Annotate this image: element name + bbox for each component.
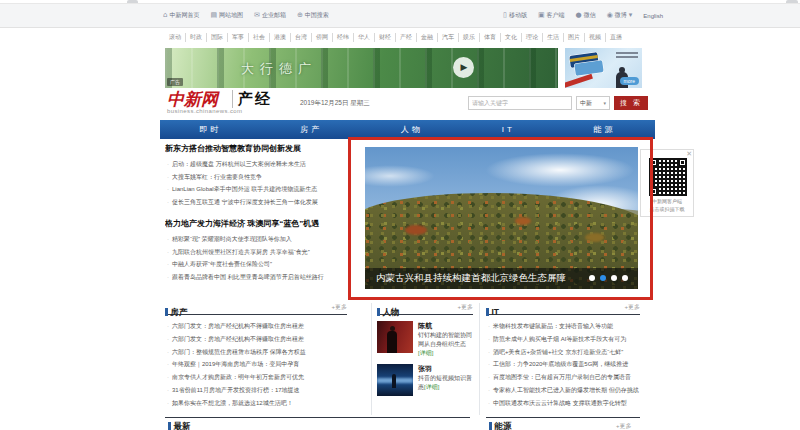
section-title[interactable]: 人物 [377,307,400,317]
carousel-dot[interactable] [589,275,595,281]
section-header: 房产 +更多 [165,301,347,315]
cat-item[interactable]: 视频 [585,33,606,42]
close-icon[interactable]: ✕ [686,150,692,158]
news-item[interactable]: 启动：超级魔盘 万科杭州以三大案例诠释未来生活 [165,158,347,171]
news-item[interactable]: 如果你实在不想北漂，那就选这12城生活吧！ [165,397,347,410]
news-item[interactable]: 跟着青岛品牌看中国 利比里亚青岛啤酒节开启首站丝路行 [165,271,347,284]
cat-item[interactable]: 港澳 [270,33,291,42]
headline-list: 精彩聚“现” 荣耀潮时尚大使李现团队等你加入 九阳联合杭州馒里社区打造共享厨房 … [165,233,347,283]
link-chinanews-home[interactable]: ⌂中新网首页 [163,11,199,20]
news-item[interactable]: LianLian Global牵手中国外运 联手共建跨境物流新生态 [165,183,347,196]
news-item[interactable]: 九阳联合杭州馒里社区打造共享厨房 共享幸福“食光” [165,246,347,259]
cat-item[interactable]: 体育 [480,33,501,42]
news-item[interactable]: 精彩聚“现” 荣耀潮时尚大使李现团队等你加入 [165,233,347,246]
cat-item[interactable]: 汽车 [438,33,459,42]
section-title-nengyuan[interactable]: 能源 [489,421,512,430]
news-item[interactable]: 六部门发文：房地产经纪机构不得赚取住房出租差 [165,333,347,346]
ad-more-button[interactable]: more [620,77,639,85]
news-item[interactable]: 大搜车姚军红：行业需要良性竞争 [165,171,347,184]
news-item[interactable]: 防范未成年人购买电子烟 AI等新技术手段大有可为 [486,333,640,346]
app-qr-widget: ✕ 中新网客户端 点击或扫描下载 [640,149,694,217]
news-item[interactable]: 工信部：力争2020年底地级市覆盖5G网，继续推进 [486,358,640,371]
news-item[interactable]: 六部门：整顿规范住房租赁市场秩序 保障各方权益 [165,346,347,359]
link-sitemap[interactable]: ▤网站地图 [210,11,243,20]
channel-title[interactable]: 产经 [238,90,272,109]
cat-item[interactable]: 军事 [228,33,249,42]
more-link[interactable]: +更多 [616,422,632,430]
cat-item[interactable]: 理论 [522,33,543,42]
cat-item[interactable]: 财经 [375,33,396,42]
news-item[interactable]: 六部门发文：房地产经纪机构不得赚取住房出租差 [165,320,347,333]
side-banner-ad[interactable]: more [565,48,642,88]
section-title-zuixin[interactable]: 最新 [168,421,191,430]
cat-item[interactable]: 娱乐 [459,33,480,42]
link-weibo[interactable]: ◉微博▾ [607,11,633,20]
detail-link[interactable]: [详细] [424,384,439,390]
headline-column: 新东方搭台推动智慧教育协同创新发展 启动：超级魔盘 万科杭州以三大案例诠释未来生… [165,144,347,283]
news-item[interactable]: 南京专供人才购房新政：明年年初万套新房可优先 [165,371,347,384]
cat-item[interactable]: 时政 [186,33,207,42]
person-name[interactable]: 张羽 [418,364,473,373]
tab-nengyuan[interactable]: 能源 [594,124,616,135]
carousel-dot[interactable] [622,275,628,281]
news-item[interactable]: 中融人寿获评“年度社会责任保险公司” [165,258,347,271]
news-item[interactable]: 百度地图李莹：已有超百万用户录制自己的专属语音 [486,371,640,384]
cat-item[interactable]: 侨网 [312,33,333,42]
cat-item[interactable]: 华人 [354,33,375,42]
headline-title[interactable]: 新东方搭台推动智慧教育协同创新发展 [165,144,347,154]
cat-item[interactable]: 直播 [606,33,626,42]
news-item[interactable]: 米物科技发布键鼠新品：支持语音输入等功能 [486,320,640,333]
photo-carousel[interactable]: 内蒙古兴和县持续构建首都北京绿色生态屏障 [365,147,638,289]
section-title[interactable]: IT [486,307,499,317]
headline-title[interactable]: 格力地产发力海洋经济 珠澳同享“蓝色”机遇 [165,219,347,229]
news-item[interactable]: 年终观察｜2019年海南房地产市场：变局中孕育 [165,358,347,371]
news-item[interactable]: 31省份前11月房地产开发投资排行榜：17地提速 [165,384,347,397]
cat-item[interactable]: 金融 [417,33,438,42]
link-label: 客户端 [547,11,565,20]
person-entry[interactable]: 张羽 抖音的短视频知识普惠[详细] [377,364,473,396]
carousel-caption-bar: 内蒙古兴和县持续构建首都北京绿色生态屏障 [365,268,638,289]
news-item[interactable]: 中国联通发布沃云云计算战略 支撑联通数字化转型 [486,397,640,410]
more-link[interactable]: +更多 [457,303,473,312]
play-button[interactable]: ▶ [453,57,474,78]
news-item[interactable]: 促长三角互联互通 宁波中行深度支持长三角一体化发展 [165,196,347,209]
search-scope-select[interactable]: 中新 ▾ [576,96,610,110]
cat-item[interactable]: 文化 [501,33,522,42]
search-input[interactable] [468,96,572,110]
search-button[interactable]: 搜 索 [614,96,648,110]
tab-renwu[interactable]: 人物 [401,124,423,135]
link-english[interactable]: English [643,13,663,19]
mail-icon: ✉ [254,12,260,19]
link-mobile-version[interactable]: ▯移动版 [503,11,527,20]
news-item[interactable]: 专家称人工智能技术已进入新的爆发增长期 但仍存挑战 [486,384,640,397]
person-entry[interactable]: 陈航 钉钉构建的智能协同网从自身组织生态[详细] [377,321,473,358]
link-enterprise-mail[interactable]: ✉企业邮箱 [254,11,286,20]
cat-item[interactable]: 图片 [564,33,585,42]
qr-finder [678,158,687,167]
more-link[interactable]: +更多 [331,303,347,312]
cat-item[interactable]: 台湾 [291,33,312,42]
cat-item[interactable]: 滚动 [165,33,186,42]
carousel-dot[interactable] [611,275,617,281]
tab-jishi[interactable]: 即时 [199,124,221,135]
link-china-search[interactable]: ⊕中国搜索 [297,11,329,20]
news-item[interactable]: 酒吧+美食店+杂货铺+社交 京东打造新业态“七鲜” [486,346,640,359]
qr-caption-line2[interactable]: 点击或扫描下载 [641,206,693,213]
cat-item[interactable]: 社会 [249,33,270,42]
detail-link[interactable]: [详细] [418,350,433,356]
cat-item[interactable]: 国际 [207,33,228,42]
section-title[interactable]: 房产 [165,307,188,317]
top-banner-ad[interactable]: 大行德广 ▶ 广告 [165,48,558,88]
carousel-caption[interactable]: 内蒙古兴和县持续构建首都北京绿色生态屏障 [376,272,566,285]
cat-item[interactable]: 经纬 [333,33,354,42]
person-name[interactable]: 陈航 [418,321,473,330]
link-wechat[interactable]: ●微信 [576,11,596,20]
tab-it[interactable]: IT [502,125,515,134]
tab-fangchan[interactable]: 房产 [300,124,322,135]
ad-tag-label: 广告 [167,78,183,86]
cat-item[interactable]: 产经 [396,33,417,42]
carousel-dot-active[interactable] [600,275,606,281]
link-app-client[interactable]: ▣客户端 [538,11,565,20]
more-link[interactable]: +更多 [624,303,640,312]
cat-item[interactable]: 生活 [543,33,564,42]
